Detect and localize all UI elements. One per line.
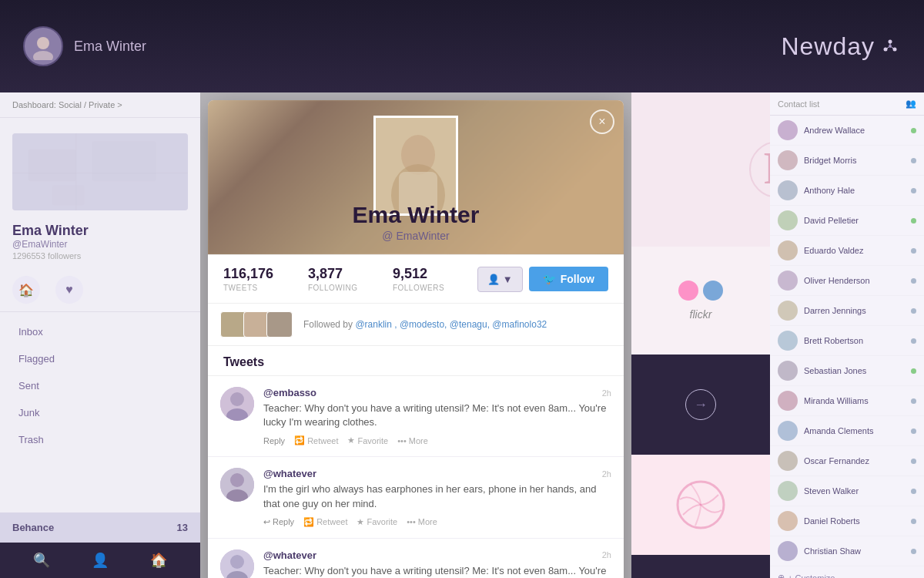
- nav-flagged[interactable]: Flagged: [0, 345, 200, 372]
- contact-status-dot: [911, 128, 916, 133]
- contact-status-dot: [911, 218, 916, 223]
- contact-avatar: [778, 301, 798, 321]
- right-arrow-button[interactable]: →: [685, 389, 716, 420]
- behance-label: Behance: [12, 522, 54, 533]
- contact-name[interactable]: Eduardo Valdez: [804, 246, 905, 255]
- svg-rect-11: [92, 141, 156, 181]
- contact-avatar: [778, 451, 798, 471]
- contact-status-dot: [911, 459, 916, 464]
- tweets-count: 116,176: [223, 266, 308, 282]
- svg-point-1: [33, 51, 53, 60]
- tweet-body-3: @whatever 2h Teacher: Why don't you have…: [263, 549, 611, 578]
- center-content: ×: [200, 92, 631, 578]
- contact-item: Oscar Fernandez: [770, 446, 924, 476]
- followed-avatar-2: [243, 311, 270, 338]
- followed-by-row: Followed by @ranklin , @modesto, @tenagu…: [208, 304, 624, 346]
- user-icon[interactable]: 👤: [92, 552, 109, 569]
- tweet-handle-3[interactable]: @whatever: [263, 549, 316, 561]
- header: Ema Winter Newday: [0, 0, 924, 92]
- close-icon: ×: [598, 115, 605, 129]
- logo-text: Newday: [781, 32, 875, 61]
- customize-bar[interactable]: ⊕ + Customize: [770, 566, 924, 578]
- contact-name[interactable]: Brett Robertson: [804, 336, 905, 345]
- home-icon[interactable]: 🏠: [150, 552, 167, 569]
- nav-sent[interactable]: Sent: [0, 372, 200, 399]
- tweet-favorite-2[interactable]: ★ Favorite: [357, 517, 397, 527]
- contact-name[interactable]: Sebastian Jones: [804, 366, 905, 375]
- search-icon[interactable]: 🔍: [33, 552, 50, 569]
- flickr-dot-pink: [678, 281, 698, 301]
- contact-name[interactable]: Christian Shaw: [804, 546, 905, 556]
- contact-avatar: [778, 240, 798, 260]
- tweet-retweet-2[interactable]: 🔁 Retweet: [303, 517, 347, 527]
- contact-item: Oliver Henderson: [770, 266, 924, 296]
- contact-item: Amanda Clements: [770, 416, 924, 446]
- contact-item: Darren Jennings: [770, 296, 924, 326]
- user-options-button[interactable]: 👤 ▼: [477, 267, 523, 292]
- contact-name[interactable]: Steven Walker: [804, 486, 905, 496]
- contact-status-dot: [911, 338, 916, 344]
- tweet-more-2[interactable]: ••• More: [407, 517, 437, 526]
- heart-icon-btn[interactable]: ♥: [55, 276, 83, 304]
- contact-status-dot: [911, 158, 916, 163]
- tweet-reply-2[interactable]: ↩ Reply: [263, 517, 294, 527]
- modal-overlay: ×: [200, 92, 631, 578]
- contact-name[interactable]: Anthony Hale: [804, 186, 905, 195]
- contact-item: David Pelletier: [770, 206, 924, 236]
- svg-rect-10: [28, 150, 76, 181]
- contact-avatar: [778, 481, 798, 501]
- contact-avatar: [778, 391, 798, 411]
- home-icon-btn[interactable]: 🏠: [12, 276, 40, 304]
- tweet-actions-1: Reply 🔁 Retweet ★ Favorite ••• More: [263, 435, 611, 445]
- flickr-card[interactable]: flickr: [631, 247, 770, 355]
- contact-avatar: [778, 361, 798, 381]
- contact-name[interactable]: Amanda Clements: [804, 426, 905, 435]
- tweet-retweet-1[interactable]: 🔁 Retweet: [294, 435, 338, 445]
- svg-point-20: [230, 392, 244, 406]
- profile-modal-name: Ema Winter: [223, 202, 608, 228]
- customize-label: + Customize: [788, 573, 835, 579]
- contact-avatar: [778, 120, 798, 140]
- tweet-avatar-1: [220, 387, 254, 421]
- followed-avatars: [220, 311, 288, 338]
- sidebar-profile-handle: @EmaWinter: [12, 239, 68, 250]
- contact-name[interactable]: Oliver Henderson: [804, 276, 905, 285]
- contact-avatar: [778, 511, 798, 531]
- svg-point-23: [230, 473, 244, 487]
- contact-name[interactable]: Oscar Fernandez: [804, 456, 905, 465]
- contact-name[interactable]: David Pelletier: [804, 216, 905, 225]
- dribbble-card[interactable]: [631, 455, 770, 555]
- contact-name[interactable]: Daniel Roberts: [804, 516, 905, 526]
- twitter-bird-icon: 🐦: [543, 273, 556, 285]
- contact-name[interactable]: Darren Jennings: [804, 306, 905, 315]
- contact-status-dot: [911, 519, 916, 524]
- contact-status-dot: [911, 368, 916, 374]
- modal-close-button[interactable]: ×: [590, 109, 614, 134]
- tweet-more-1[interactable]: ••• More: [397, 436, 428, 445]
- svg-point-5: [889, 45, 892, 48]
- behance-bar[interactable]: Behance 13: [0, 512, 200, 543]
- tweet-handle-1[interactable]: @embasso: [263, 387, 316, 398]
- contact-name[interactable]: Andrew Wallace: [804, 126, 905, 135]
- tweet-text-3: Teacher: Why don't you have a writing ut…: [263, 564, 611, 578]
- tweet-reply-1[interactable]: Reply: [263, 436, 285, 445]
- tweet-handle-2[interactable]: @whatever: [263, 468, 316, 479]
- contact-name[interactable]: Miranda Williams: [804, 396, 905, 405]
- user-btn-chevron: ▼: [503, 274, 513, 285]
- contact-avatar: [778, 180, 798, 200]
- nav-trash[interactable]: Trash: [0, 426, 200, 453]
- contact-list-title: Contact list: [778, 99, 819, 109]
- avatar[interactable]: [23, 26, 63, 66]
- svg-point-2: [889, 40, 892, 44]
- tweet-favorite-1[interactable]: ★ Favorite: [347, 435, 388, 445]
- follow-button[interactable]: 🐦 Follow: [529, 267, 608, 291]
- user-icon-small: 👤: [487, 274, 500, 285]
- contact-name[interactable]: Bridget Morris: [804, 156, 905, 165]
- nav-inbox[interactable]: Inbox: [0, 318, 200, 345]
- nav-junk[interactable]: Junk: [0, 399, 200, 426]
- sidebar-profile-name: Ema Winter: [12, 223, 89, 239]
- contact-avatar: [778, 541, 798, 561]
- tweets-section: Tweets @embasso: [208, 346, 624, 578]
- tweet-item: @whatever 2h Teacher: Why don't you have…: [208, 539, 624, 578]
- followed-avatar-3: [266, 311, 293, 338]
